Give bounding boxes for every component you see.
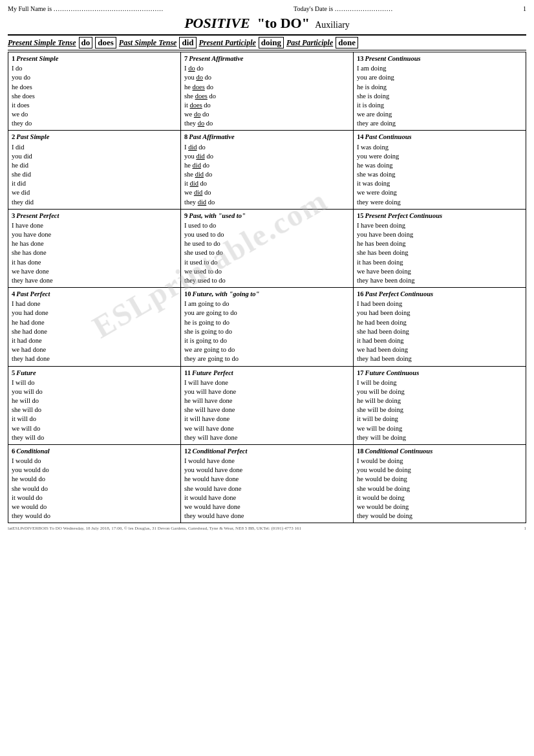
cell-line: we will be doing: [357, 424, 522, 433]
present-participle-label: Present Participle: [199, 38, 256, 48]
conjugation-row: Present Simple Tense do does Past Simple…: [8, 34, 526, 50]
grid-cell-8: 8Past AffirmativeI did doyou did dohe di…: [181, 131, 354, 209]
cell-line: they will do: [12, 433, 177, 442]
cell-line: we would do: [12, 502, 177, 512]
cell-line: you were doing: [357, 152, 522, 161]
cell-line: he is doing: [357, 83, 522, 92]
cell-line: she does do: [184, 92, 350, 101]
cell-num-17: 17: [357, 369, 364, 378]
cell-line: we used to do: [184, 267, 350, 276]
cell-line: he did: [12, 161, 177, 170]
cell-line: I was doing: [357, 143, 522, 152]
grid-cell-13: 13Present ContinuousI am doingyou are do…: [354, 52, 526, 131]
cell-title-17: Future Continuous: [365, 369, 420, 378]
main-grid: 1Present SimpleI doyou dohe doesshe does…: [8, 52, 526, 523]
cell-title-4: Past Perfect: [16, 290, 50, 299]
footer-text: latESLPrDIVERBOIS To DO Wednesday, 18 Ju…: [8, 526, 301, 531]
cell-line: they have done: [12, 276, 177, 285]
cell-title-2: Past Simple: [16, 133, 49, 142]
cell-title-8: Past Affirmative: [189, 133, 234, 142]
cell-line: they had been doing: [357, 354, 522, 363]
cell-line: he does do: [184, 83, 350, 92]
todo-title: "to DO": [257, 15, 310, 31]
cell-line: I will be doing: [357, 378, 522, 387]
cell-line: I would do: [12, 457, 177, 466]
cell-title-5: Future: [16, 369, 36, 378]
cell-num-9: 9: [184, 211, 187, 221]
do-box: do: [79, 37, 93, 49]
grid-cell-12: 12Conditional PerfectI would have doneyo…: [181, 445, 354, 523]
cell-title-15: Present Perfect Continuous: [365, 211, 443, 221]
cell-num-6: 6: [12, 447, 15, 456]
cell-title-10: Future, with "going to": [193, 290, 260, 299]
cell-line: they would have done: [184, 512, 350, 521]
cell-line: she would do: [12, 484, 177, 493]
cell-line: he will be doing: [357, 396, 522, 405]
cell-line: we do: [12, 110, 177, 119]
cell-line: he has been doing: [357, 239, 522, 248]
cell-line: you did do: [184, 152, 350, 161]
cell-line: I would have done: [184, 457, 350, 466]
cell-line: I had been doing: [357, 299, 522, 308]
cell-line: he used to do: [184, 239, 350, 248]
cell-line: I did do: [184, 143, 350, 152]
cell-line: we would be doing: [357, 502, 522, 512]
cell-title-1: Present Simple: [16, 54, 58, 63]
cell-title-14: Past Continuous: [365, 133, 412, 142]
cell-line: I do do: [184, 64, 350, 73]
cell-line: you are going to do: [184, 308, 350, 318]
cell-line: it would be doing: [357, 493, 522, 502]
cell-num-14: 14: [357, 133, 364, 142]
cell-num-13: 13: [357, 54, 364, 63]
cell-num-8: 8: [184, 133, 187, 142]
cell-line: he had been doing: [357, 318, 522, 327]
cell-line: it will do: [12, 415, 177, 424]
cell-line: he had done: [12, 318, 177, 327]
cell-line: he would do: [12, 475, 177, 484]
cell-line: they had done: [12, 354, 177, 363]
cell-line: she used to do: [184, 248, 350, 257]
cell-line: we are going to do: [184, 345, 350, 354]
cell-line: you have done: [12, 230, 177, 239]
cell-line: it will be doing: [357, 415, 522, 424]
cell-line: she had been doing: [357, 327, 522, 336]
name-label: My Full Name is ……………………………………………: [8, 5, 164, 12]
grid-cell-1: 1Present SimpleI doyou dohe doesshe does…: [8, 52, 181, 131]
cell-line: they do do: [184, 119, 350, 128]
cell-line: they do: [12, 119, 177, 128]
cell-line: she does: [12, 92, 177, 101]
cell-line: he would have done: [184, 475, 350, 484]
grid-cell-2: 2Past SimpleI didyou didhe didshe didit …: [8, 131, 181, 209]
cell-line: it is going to do: [184, 336, 350, 345]
grid-cell-9: 9Past, with "used to"I used to doyou use…: [181, 210, 354, 288]
cell-line: we will do: [12, 424, 177, 433]
cell-line: I used to do: [184, 221, 350, 230]
cell-line: she will do: [12, 405, 177, 415]
cell-line: it used to do: [184, 258, 350, 267]
cell-line: it will have done: [184, 415, 350, 424]
cell-line: we would have done: [184, 502, 350, 512]
grid-cell-7: 7Present AffirmativeI do doyou do dohe d…: [181, 52, 354, 131]
cell-line: he will do: [12, 396, 177, 405]
cell-num-12: 12: [184, 447, 191, 456]
cell-line: he will have done: [184, 396, 350, 405]
did-box: did: [179, 37, 196, 49]
cell-num-10: 10: [184, 290, 191, 299]
title-section: POSITIVE "to DO" Auxiliary: [8, 15, 526, 32]
cell-title-3: Present Perfect: [16, 211, 59, 221]
cell-line: you would do: [12, 466, 177, 475]
cell-num-16: 16: [357, 290, 364, 299]
cell-line: you will be doing: [357, 387, 522, 396]
cell-line: it had done: [12, 336, 177, 345]
cell-line: it does: [12, 101, 177, 110]
cell-line: she has done: [12, 248, 177, 257]
cell-line: she is doing: [357, 92, 522, 101]
cell-line: you did: [12, 152, 177, 161]
grid-cell-6: 6ConditionalI would doyou would dohe wou…: [8, 445, 181, 523]
cell-line: we had been doing: [357, 345, 522, 354]
cell-num-7: 7: [184, 54, 187, 63]
cell-num-2: 2: [12, 133, 15, 142]
grid-cell-11: 11Future PerfectI will have doneyou will…: [181, 367, 354, 445]
cell-line: we have been doing: [357, 267, 522, 276]
footer-page-num: 1: [524, 526, 527, 531]
